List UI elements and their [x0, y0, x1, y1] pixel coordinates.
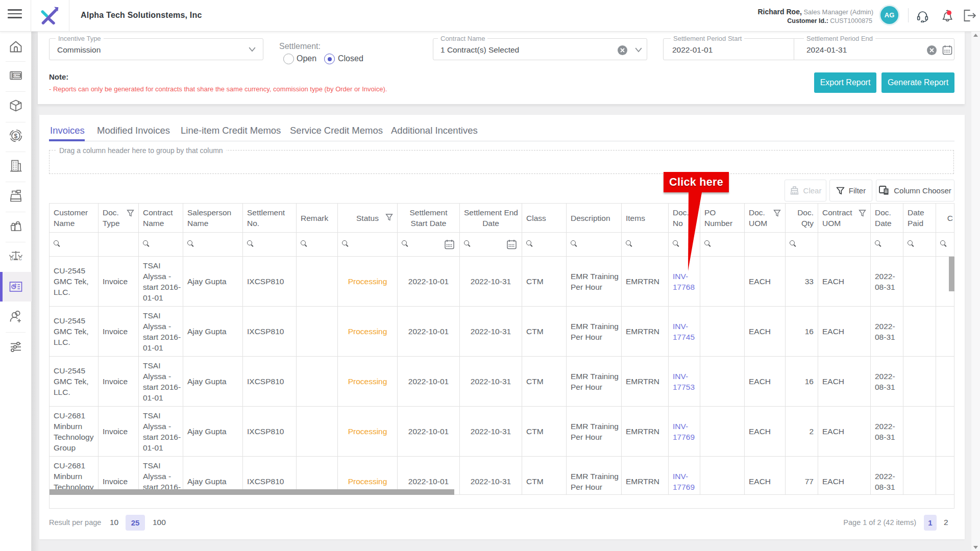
svg-text:D: D	[10, 256, 13, 261]
svg-text:$: $	[14, 133, 18, 140]
svg-text:C: C	[19, 256, 22, 261]
svg-text:CRM: CRM	[14, 74, 21, 77]
